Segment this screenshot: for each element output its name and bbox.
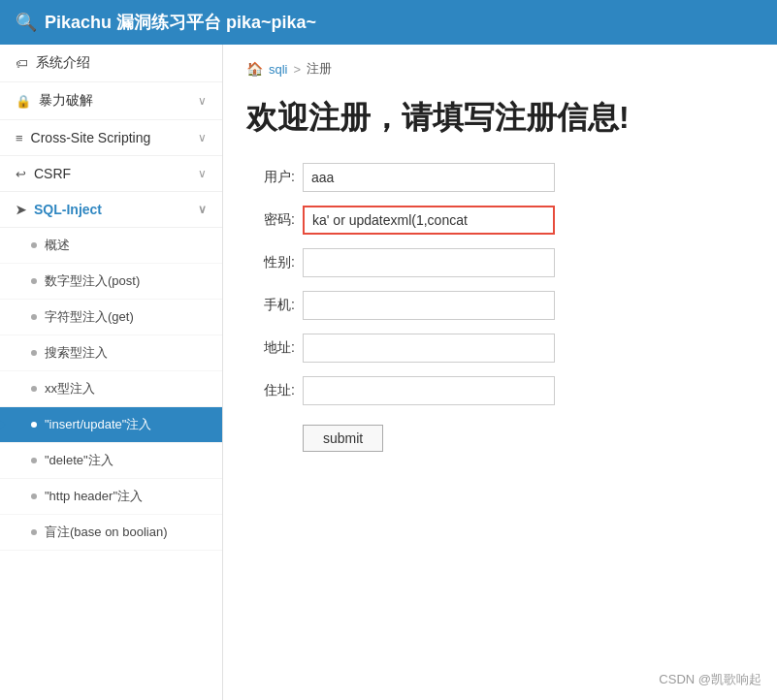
dot-icon	[31, 242, 37, 248]
registration-form: 用户: 密码: 性别: 手机: 地址:	[246, 163, 754, 452]
dot-icon	[31, 493, 37, 499]
chevron-down-icon: ∨	[198, 131, 207, 144]
sidebar-subitem-xx-type[interactable]: xx型注入	[0, 371, 222, 407]
form-row-username: 用户:	[246, 163, 754, 192]
sidebar: 🏷 系统介绍 🔒 暴力破解 ∨ ≡ Cross-Site Scripting ∨…	[0, 45, 223, 700]
gender-input[interactable]	[303, 248, 555, 277]
phone-label: 手机:	[246, 297, 295, 314]
sidebar-subitem-label: 字符型注入(get)	[45, 308, 134, 326]
list-icon: ≡	[16, 131, 23, 145]
footer-watermark: CSDN @凯歌响起	[659, 671, 761, 688]
dot-icon	[31, 314, 37, 320]
header-title: Pikachu 漏洞练习平台 pika~pika~	[45, 11, 316, 34]
username-input[interactable]	[303, 163, 555, 192]
sidebar-subitem-label: 盲注(base on boolian)	[45, 524, 167, 541]
sidebar-subitem-search[interactable]: 搜索型注入	[0, 335, 222, 371]
refresh-icon: ↩	[16, 167, 26, 181]
sidebar-subitem-numeric-post[interactable]: 数字型注入(post)	[0, 264, 222, 300]
app-header: 🔍 Pikachu 漏洞练习平台 pika~pika~	[0, 0, 777, 45]
submit-button[interactable]: submit	[303, 425, 383, 452]
dot-icon	[31, 386, 37, 392]
sidebar-item-label: Cross-Site Scripting	[31, 130, 151, 145]
sidebar-item-label: 系统介绍	[36, 54, 90, 72]
sidebar-subitem-label: "insert/update"注入	[45, 416, 151, 433]
dot-icon	[31, 422, 37, 428]
dot-icon	[31, 458, 37, 463]
sidebar-subitem-label: xx型注入	[45, 380, 95, 398]
form-row-gender: 性别:	[246, 248, 754, 277]
page-title: 欢迎注册，请填写注册信息!	[246, 97, 754, 140]
password-label: 密码:	[246, 211, 295, 229]
sidebar-subitem-label: "delete"注入	[45, 452, 113, 469]
sidebar-item-label: 暴力破解	[39, 92, 93, 110]
address-input[interactable]	[303, 334, 555, 363]
sidebar-item-csrf[interactable]: ↩ CSRF ∨	[0, 156, 222, 192]
form-row-password: 密码:	[246, 206, 754, 235]
sidebar-item-brute-force[interactable]: 🔒 暴力破解 ∨	[0, 82, 222, 120]
sidebar-subitem-label: 搜索型注入	[45, 344, 108, 362]
sidebar-subitem-insert-update[interactable]: "insert/update"注入	[0, 407, 222, 443]
form-row-address2: 住址:	[246, 376, 754, 405]
dot-icon	[31, 278, 37, 284]
breadcrumb-separator: >	[294, 62, 302, 77]
dot-icon	[31, 350, 37, 356]
sidebar-subitem-label: 概述	[45, 237, 70, 254]
form-row-phone: 手机:	[246, 291, 754, 320]
address-label: 地址:	[246, 339, 295, 357]
phone-input[interactable]	[303, 291, 555, 320]
sidebar-subitem-delete[interactable]: "delete"注入	[0, 443, 222, 479]
sidebar-item-sql-inject[interactable]: ➤ SQL-Inject ∨	[0, 192, 222, 228]
password-input[interactable]	[303, 206, 555, 235]
sidebar-item-label: SQL-Inject	[34, 202, 102, 217]
active-triangle-icon	[0, 419, 6, 430]
form-row-submit: submit	[246, 419, 754, 452]
dot-icon	[31, 529, 37, 535]
sidebar-item-sys-intro[interactable]: 🏷 系统介绍	[0, 45, 222, 82]
chevron-down-icon: ∨	[198, 94, 207, 108]
header-icon: 🔍	[16, 12, 37, 33]
main-content: 🏠 sqli > 注册 欢迎注册，请填写注册信息! 用户: 密码: 性别:	[223, 45, 777, 700]
arrow-icon: ➤	[16, 203, 26, 217]
tag-icon: 🏷	[16, 56, 28, 71]
sidebar-subitem-blind-bool[interactable]: 盲注(base on boolian)	[0, 515, 222, 551]
sidebar-subitem-string-get[interactable]: 字符型注入(get)	[0, 300, 222, 335]
address2-label: 住址:	[246, 382, 295, 399]
home-icon: 🏠	[246, 61, 263, 77]
breadcrumb: 🏠 sqli > 注册	[246, 60, 754, 78]
sidebar-subitem-label: "http header"注入	[45, 488, 143, 505]
chevron-down-icon: ∨	[198, 167, 207, 180]
sidebar-subitem-http-header[interactable]: "http header"注入	[0, 479, 222, 515]
address2-input[interactable]	[303, 376, 555, 405]
sidebar-subitem-label: 数字型注入(post)	[45, 272, 140, 290]
form-row-address: 地址:	[246, 334, 754, 363]
lock-icon: 🔒	[16, 94, 31, 109]
breadcrumb-sqli-link[interactable]: sqli	[269, 62, 288, 77]
username-label: 用户:	[246, 169, 295, 186]
sidebar-item-label: CSRF	[34, 166, 71, 181]
sidebar-item-xss[interactable]: ≡ Cross-Site Scripting ∨	[0, 120, 222, 156]
chevron-down-icon: ∨	[198, 203, 207, 216]
breadcrumb-current: 注册	[307, 60, 332, 78]
sidebar-subitem-overview[interactable]: 概述	[0, 228, 222, 264]
gender-label: 性别:	[246, 254, 295, 271]
